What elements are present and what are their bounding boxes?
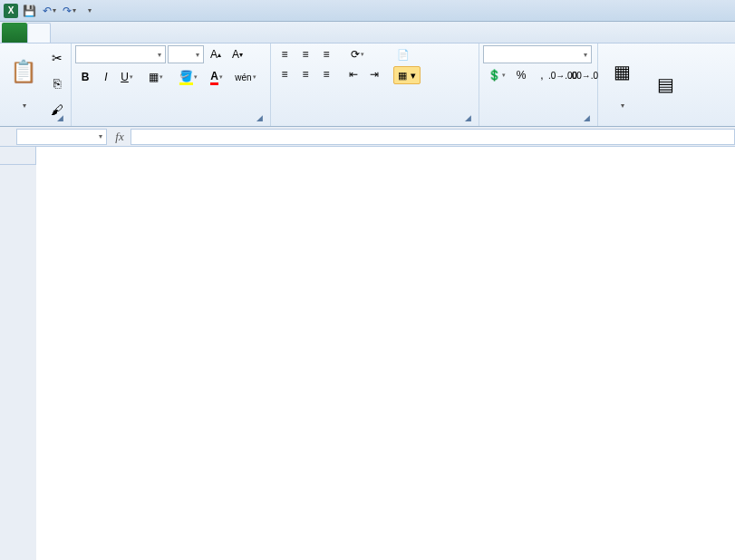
conditional-format-icon: ▦ [607, 57, 636, 86]
indent-decrease-button[interactable]: ⇤ [343, 65, 363, 83]
name-box[interactable]: ▾ [16, 129, 107, 145]
ribbon-tabs [0, 22, 735, 43]
qat-redo-button[interactable]: ↷▾ [60, 3, 78, 19]
align-right-button[interactable]: ≡ [316, 65, 336, 83]
orientation-button[interactable]: ⟳▾ [343, 45, 371, 63]
tab-formulas[interactable] [94, 23, 116, 43]
qat-save-button[interactable]: 💾 [20, 3, 38, 19]
align-left-button[interactable]: ≡ [275, 65, 295, 83]
fx-button[interactable]: fx [109, 130, 131, 144]
ribbon: 📋 ▾ ✂ ⎘ 🖌 ◢ ▾ ▾ A▴ A▾ B I U▾ [0, 43, 735, 127]
group-styles: ▦ ▾ ▤ [598, 43, 735, 126]
tab-data[interactable] [116, 23, 138, 43]
select-all-corner[interactable] [0, 147, 36, 165]
excel-icon: X [4, 4, 18, 18]
group-font: ▾ ▾ A▴ A▾ B I U▾ ▦▾ 🪣▾ A▾ wén▾ ◢ [72, 43, 271, 126]
paste-button[interactable]: 📋 ▾ [4, 45, 44, 122]
group-alignment: ≡ ≡ ≡ ⟳▾ ≡ ≡ ≡ ⇤ ⇥ 📄 ▦ ▾ [271, 43, 479, 126]
tab-insert[interactable] [51, 23, 73, 43]
font-name-combo[interactable]: ▾ [75, 45, 166, 63]
col-headers [36, 147, 735, 165]
font-launcher[interactable]: ◢ [254, 113, 265, 124]
bold-button[interactable]: B [75, 68, 95, 86]
font-size-combo[interactable]: ▾ [168, 45, 204, 63]
table-format-button[interactable]: ▤ [645, 45, 685, 122]
underline-button[interactable]: U▾ [117, 68, 137, 86]
font-color-button[interactable]: A▾ [203, 68, 230, 86]
copy-button[interactable]: ⎘ [47, 73, 67, 93]
percent-button[interactable]: % [511, 66, 531, 84]
merge-center-button[interactable]: ▦ ▾ [393, 66, 421, 84]
cut-button[interactable]: ✂ [47, 48, 67, 68]
align-middle-button[interactable]: ≡ [295, 45, 315, 63]
clipboard-launcher[interactable]: ◢ [54, 113, 65, 124]
tab-review[interactable] [138, 23, 160, 43]
align-launcher[interactable]: ◢ [462, 113, 473, 124]
border-button[interactable]: ▦▾ [142, 68, 169, 86]
wrap-text-button[interactable]: 📄 [393, 45, 421, 63]
group-number: ▾ 💲▾ % , .0→.00 .00→.0 ◢ [479, 43, 598, 126]
tab-file[interactable] [2, 23, 27, 43]
conditional-format-button[interactable]: ▦ ▾ [602, 45, 642, 122]
tab-layout[interactable] [73, 23, 94, 43]
qat-customize-button[interactable]: ▾ [80, 3, 98, 19]
group-clipboard: 📋 ▾ ✂ ⎘ 🖌 ◢ [0, 43, 72, 126]
align-top-button[interactable]: ≡ [275, 45, 295, 63]
row-headers [0, 147, 36, 560]
tab-pdf[interactable] [181, 23, 203, 43]
shrink-font-button[interactable]: A▾ [227, 45, 247, 63]
number-format-combo[interactable]: ▾ [483, 45, 592, 63]
indent-increase-button[interactable]: ⇥ [364, 65, 384, 83]
table-format-icon: ▤ [651, 70, 680, 99]
italic-button[interactable]: I [96, 68, 116, 86]
phonetic-button[interactable]: wén▾ [236, 68, 256, 86]
accounting-button[interactable]: 💲▾ [483, 66, 510, 84]
fill-color-button[interactable]: 🪣▾ [175, 68, 202, 86]
paste-icon: 📋 [9, 57, 38, 86]
number-launcher[interactable]: ◢ [581, 113, 592, 124]
align-center-button[interactable]: ≡ [295, 65, 315, 83]
tab-baidu[interactable] [203, 23, 225, 43]
tab-view[interactable] [160, 23, 181, 43]
grid [0, 147, 735, 560]
formula-input[interactable] [131, 129, 735, 145]
decrease-decimal-button[interactable]: .00→.0 [574, 66, 594, 84]
titlebar: X 💾 ↶▾ ↷▾ ▾ [0, 0, 735, 22]
tab-home[interactable] [27, 23, 51, 43]
formula-bar: ▾ fx [0, 127, 735, 147]
grow-font-button[interactable]: A▴ [206, 45, 226, 63]
qat-undo-button[interactable]: ↶▾ [40, 3, 58, 19]
align-bottom-button[interactable]: ≡ [316, 45, 336, 63]
